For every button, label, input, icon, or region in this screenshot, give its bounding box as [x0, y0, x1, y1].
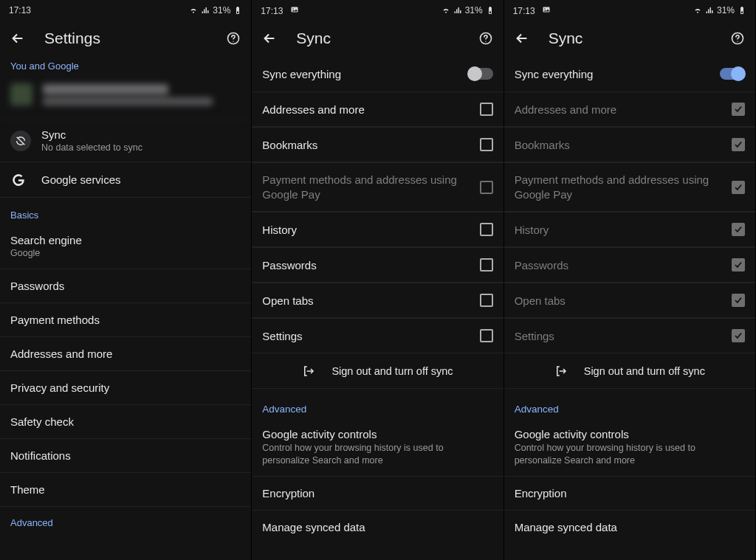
checkbox: [732, 103, 745, 116]
sync-item-payment: Payment methods and addresses using Goog…: [504, 162, 755, 212]
notifications-row[interactable]: Notifications: [0, 439, 251, 473]
account-row[interactable]: [0, 75, 251, 120]
sync-item-opentabs: Open tabs: [504, 283, 755, 318]
page-title: Sync: [296, 30, 458, 47]
signout-icon: [302, 364, 315, 378]
google-activity-row[interactable]: Google activity controls Control how you…: [252, 419, 503, 477]
signal-icon: [453, 6, 462, 15]
settings-panel: 17:13 31% Settings You and Google: [0, 0, 252, 560]
sync-item-payment[interactable]: Payment methods and addresses using Goog…: [252, 162, 503, 212]
sync-item-opentabs[interactable]: Open tabs: [252, 283, 503, 318]
sync-item-history[interactable]: History: [252, 212, 503, 247]
checkbox: [732, 329, 745, 342]
section-advanced: Advanced: [0, 507, 251, 531]
sync-item-label: Settings: [262, 330, 472, 342]
back-button[interactable]: [9, 30, 27, 47]
svg-point-5: [485, 41, 486, 42]
battery-icon: [486, 6, 495, 15]
sync-off-icon: [10, 131, 31, 151]
checkbox[interactable]: [480, 294, 493, 307]
sync-item-bookmarks[interactable]: Bookmarks: [252, 127, 503, 162]
sync-item-history: History: [504, 212, 755, 247]
checkbox[interactable]: [480, 223, 493, 236]
svg-point-7: [544, 8, 546, 10]
sync-item-passwords: Passwords: [504, 247, 755, 283]
theme-label: Theme: [10, 483, 241, 496]
google-services-row[interactable]: Google services: [0, 162, 251, 198]
checkbox[interactable]: [480, 103, 493, 116]
gac-title: Google activity controls: [262, 428, 492, 440]
theme-row[interactable]: Theme: [0, 473, 251, 507]
sync-item-addresses[interactable]: Addresses and more: [252, 91, 503, 127]
sync-item-passwords[interactable]: Passwords: [252, 247, 503, 283]
battery-icon: [233, 6, 242, 15]
safety-row[interactable]: Safety check: [0, 405, 251, 439]
section-advanced: Advanced: [252, 389, 503, 419]
gac-title: Google activity controls: [515, 428, 745, 440]
section-advanced: Advanced: [504, 389, 755, 419]
wifi-icon: [189, 6, 198, 15]
sync-item-label: Payment methods and addresses using Goog…: [262, 173, 472, 201]
addresses-row[interactable]: Addresses and more: [0, 337, 251, 371]
sync-item-label: Passwords: [262, 259, 472, 272]
app-bar: Sync: [252, 21, 503, 56]
status-right: 31%: [189, 5, 242, 15]
encryption-row[interactable]: Encryption: [504, 477, 755, 511]
signout-row[interactable]: Sign out and turn off sync: [504, 353, 755, 389]
status-bar: 17:13 31%: [504, 0, 755, 21]
payment-label: Payment methods: [10, 314, 241, 326]
signout-label: Sign out and turn off sync: [584, 365, 705, 377]
back-button[interactable]: [513, 30, 531, 47]
passwords-row[interactable]: Passwords: [0, 269, 251, 303]
privacy-row[interactable]: Privacy and security: [0, 371, 251, 405]
signout-row[interactable]: Sign out and turn off sync: [252, 353, 503, 389]
help-button[interactable]: [224, 30, 242, 47]
encryption-row[interactable]: Encryption: [252, 477, 503, 511]
search-engine-row[interactable]: Search engine Google: [0, 224, 251, 269]
sync-everything-toggle[interactable]: [720, 68, 745, 80]
search-engine-title: Search engine: [10, 234, 241, 246]
battery-percent: 31%: [213, 5, 230, 15]
status-right: 31%: [693, 5, 746, 15]
page-title: Settings: [44, 30, 207, 47]
sync-item-label: Addresses and more: [515, 103, 724, 116]
section-you-and-google: You and Google: [0, 56, 251, 75]
sync-item-label: Open tabs: [515, 294, 724, 307]
google-activity-row[interactable]: Google activity controls Control how you…: [504, 419, 755, 477]
sync-item-label: Bookmarks: [515, 139, 724, 151]
help-button[interactable]: [477, 30, 495, 47]
svg-point-9: [737, 41, 738, 42]
sync-everything-toggle[interactable]: [468, 68, 493, 80]
wifi-icon: [441, 6, 450, 15]
checkbox[interactable]: [480, 138, 493, 151]
checkbox[interactable]: [480, 181, 493, 194]
wifi-icon: [693, 6, 702, 15]
sync-item-settings[interactable]: Settings: [252, 318, 503, 353]
help-button[interactable]: [729, 30, 746, 47]
notification-image-icon: [542, 5, 551, 14]
notifications-label: Notifications: [10, 449, 241, 462]
checkbox: [732, 223, 745, 236]
sync-everything-row[interactable]: Sync everything: [252, 56, 503, 91]
status-time: 17:13: [9, 5, 31, 15]
payment-methods-row[interactable]: Payment methods: [0, 303, 251, 337]
back-button[interactable]: [261, 30, 278, 47]
sync-item-label: Payment methods and addresses using Goog…: [515, 173, 724, 201]
status-time: 17:13: [261, 6, 283, 16]
checkbox[interactable]: [480, 329, 493, 342]
gac-sub: Control how your browsing history is use…: [515, 442, 745, 467]
checkbox: [732, 258, 745, 272]
status-left: 17:13: [261, 5, 298, 16]
sync-everything-row[interactable]: Sync everything: [504, 56, 755, 91]
sync-row[interactable]: Sync No data selected to sync: [0, 120, 251, 162]
svg-point-1: [233, 41, 234, 42]
section-basics: Basics: [0, 198, 251, 224]
manage-synced-row[interactable]: Manage synced data: [252, 511, 503, 544]
app-bar: Sync: [504, 21, 755, 56]
checkbox: [732, 181, 745, 194]
checkbox[interactable]: [480, 258, 493, 272]
manage-synced-row[interactable]: Manage synced data: [504, 511, 755, 544]
svg-point-3: [292, 8, 294, 10]
sync-item-settings: Settings: [504, 318, 755, 353]
status-bar: 17:13 31%: [252, 0, 503, 21]
